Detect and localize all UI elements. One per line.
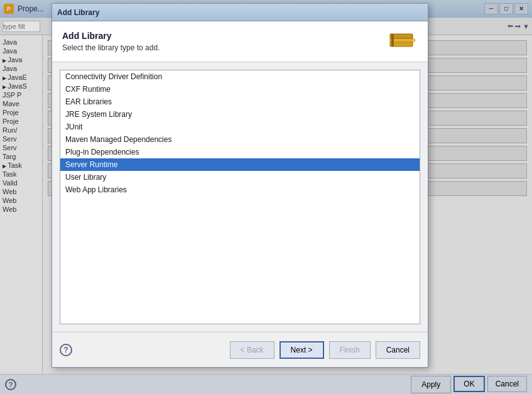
dialog-header-title: Add Library: [62, 31, 160, 41]
library-item-user[interactable]: User Library: [60, 171, 420, 183]
svg-rect-4: [411, 39, 415, 41]
dialog-header-text: Add Library Select the library type to a…: [62, 31, 160, 52]
library-icon: [388, 29, 418, 54]
library-item-server-runtime[interactable]: Server Runtime: [60, 158, 420, 171]
library-item-maven[interactable]: Maven Managed Dependencies: [60, 133, 420, 146]
back-button[interactable]: < Back: [230, 341, 274, 359]
finish-button[interactable]: Finish: [329, 341, 371, 359]
library-item-webapp[interactable]: Web App Libraries: [60, 183, 420, 196]
dialog-titlebar: Add Library: [52, 4, 428, 21]
library-item-plugin[interactable]: Plug-in Dependencies: [60, 146, 420, 158]
dialog-title: Add Library: [57, 8, 423, 17]
dialog-header-subtitle: Select the library type to add.: [62, 43, 160, 52]
dialog-header: Add Library Select the library type to a…: [52, 21, 428, 62]
next-button[interactable]: Next >: [280, 341, 324, 359]
dialog-footer: ? < Back Next > Finish Cancel: [52, 332, 428, 367]
library-item-junit[interactable]: JUnit: [60, 121, 420, 133]
library-item-cxf[interactable]: CXF Runtime: [60, 83, 420, 96]
add-library-dialog: Add Library Add Library Select the libra…: [52, 3, 428, 368]
library-item-ear[interactable]: EAR Libraries: [60, 96, 420, 108]
library-item-connectivity[interactable]: Connectivity Driver Definition: [60, 70, 420, 83]
library-item-jre[interactable]: JRE System Library: [60, 108, 420, 121]
library-list[interactable]: Connectivity Driver Definition CXF Runti…: [60, 70, 420, 324]
cancel-button[interactable]: Cancel: [376, 341, 420, 359]
svg-rect-3: [391, 34, 394, 47]
dialog-help-icon[interactable]: ?: [60, 344, 72, 356]
dialog-content: Connectivity Driver Definition CXF Runti…: [52, 62, 428, 332]
